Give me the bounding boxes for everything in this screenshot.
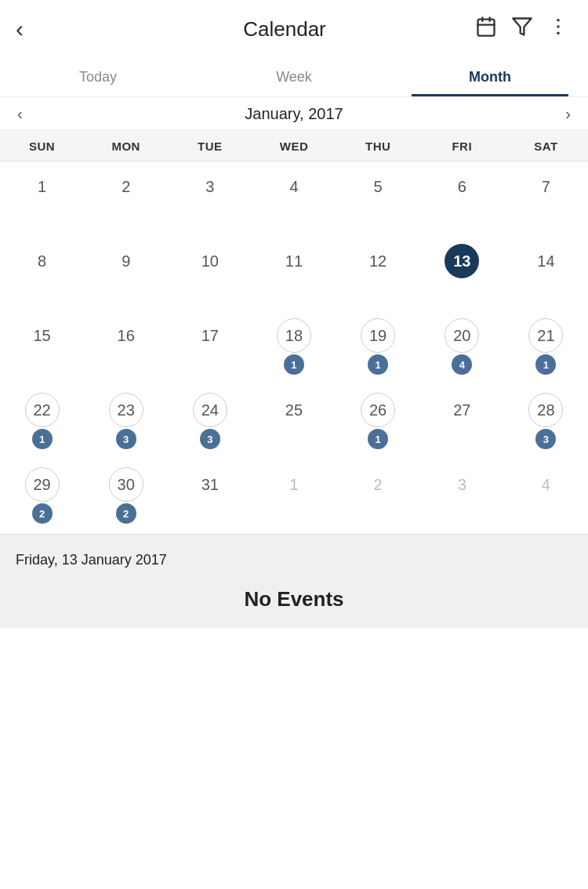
next-month-button[interactable]: › xyxy=(556,102,580,126)
event-badge: 2 xyxy=(116,503,136,524)
event-badge: 3 xyxy=(535,429,556,449)
day-number: 1 xyxy=(25,169,60,204)
day-number: 14 xyxy=(528,244,563,278)
header: ‹ Calendar xyxy=(0,0,588,56)
day-cell[interactable]: 4 xyxy=(504,459,588,534)
day-number: 23 xyxy=(109,393,143,427)
day-number: 4 xyxy=(277,169,311,204)
day-number: 5 xyxy=(361,169,395,204)
svg-marker-4 xyxy=(513,19,531,35)
day-cell[interactable]: 16 xyxy=(84,310,168,385)
event-badge: 2 xyxy=(32,503,53,524)
day-cell[interactable]: 261 xyxy=(336,385,420,459)
day-number: 8 xyxy=(25,244,60,278)
day-number: 22 xyxy=(25,393,60,427)
calendar-icon[interactable] xyxy=(475,16,497,42)
day-cell[interactable]: 7 xyxy=(504,161,588,236)
day-cell[interactable]: 3 xyxy=(420,459,504,534)
day-number: 28 xyxy=(528,393,563,427)
day-number: 25 xyxy=(277,393,311,427)
calendar-grid: 1234567891011121314151617181191204211221… xyxy=(0,161,588,534)
day-number: 10 xyxy=(193,244,227,278)
day-number: 20 xyxy=(445,318,479,353)
day-cell[interactable]: 302 xyxy=(84,459,168,534)
day-cell[interactable]: 1 xyxy=(252,459,336,534)
header-icons xyxy=(475,16,569,42)
day-cell[interactable]: 31 xyxy=(168,459,252,534)
day-cell[interactable]: 292 xyxy=(0,459,84,534)
day-cell[interactable]: 5 xyxy=(336,161,420,236)
tab-today[interactable]: Today xyxy=(0,56,196,96)
event-badge: 3 xyxy=(116,429,136,449)
day-number: 16 xyxy=(109,318,143,353)
day-number: 2 xyxy=(109,169,143,204)
day-cell[interactable]: 11 xyxy=(252,236,336,310)
day-cell[interactable]: 6 xyxy=(420,161,504,236)
day-cell[interactable]: 243 xyxy=(168,385,252,459)
no-events-label: No Events xyxy=(16,587,572,611)
event-badge: 1 xyxy=(284,354,304,375)
prev-month-button[interactable]: ‹ xyxy=(8,102,32,126)
day-cell[interactable]: 191 xyxy=(336,310,420,385)
event-badge: 4 xyxy=(452,354,472,375)
day-number: 26 xyxy=(361,393,395,427)
page-title: Calendar xyxy=(243,17,326,42)
day-number: 30 xyxy=(109,467,143,502)
weekday-thu: THU xyxy=(336,140,420,153)
day-number: 7 xyxy=(528,169,563,204)
day-cell[interactable]: 4 xyxy=(252,161,336,236)
day-cell[interactable]: 10 xyxy=(168,236,252,310)
day-cell[interactable]: 181 xyxy=(252,310,336,385)
day-cell[interactable]: 27 xyxy=(420,385,504,459)
day-cell[interactable]: 2 xyxy=(336,459,420,534)
header-left: ‹ xyxy=(13,14,31,44)
svg-point-5 xyxy=(557,19,560,22)
weekday-headers: SUN MON TUE WED THU FRI SAT xyxy=(0,130,588,161)
tab-month[interactable]: Month xyxy=(392,56,588,96)
day-cell[interactable]: 25 xyxy=(252,385,336,459)
day-number: 24 xyxy=(193,393,227,427)
selected-date-info: Friday, 13 January 2017 No Events xyxy=(0,534,588,628)
day-number: 12 xyxy=(361,244,395,278)
weekday-fri: FRI xyxy=(420,140,504,153)
day-number: 15 xyxy=(25,318,60,353)
day-cell[interactable]: 8 xyxy=(0,236,84,310)
day-cell[interactable]: 211 xyxy=(504,310,588,385)
day-number: 29 xyxy=(25,467,60,502)
tabs: Today Week Month xyxy=(0,56,588,97)
day-cell[interactable]: 17 xyxy=(168,310,252,385)
day-number: 11 xyxy=(277,244,311,278)
day-cell[interactable]: 233 xyxy=(84,385,168,459)
tab-week[interactable]: Week xyxy=(196,56,392,96)
back-button[interactable]: ‹ xyxy=(13,14,31,44)
event-badge: 1 xyxy=(32,429,53,449)
day-cell[interactable]: 204 xyxy=(420,310,504,385)
event-badge: 3 xyxy=(200,429,220,449)
day-cell[interactable]: 1 xyxy=(0,161,84,236)
month-nav: ‹ January, 2017 › xyxy=(0,97,588,130)
weekday-wed: WED xyxy=(252,140,336,153)
svg-point-7 xyxy=(557,31,560,34)
filter-icon[interactable] xyxy=(511,16,533,42)
weekday-mon: MON xyxy=(84,140,168,153)
day-number: 9 xyxy=(109,244,143,278)
day-number: 19 xyxy=(361,318,395,353)
day-cell[interactable]: 13 xyxy=(420,236,504,310)
day-cell[interactable]: 283 xyxy=(504,385,588,459)
day-cell[interactable]: 221 xyxy=(0,385,84,459)
svg-rect-0 xyxy=(477,20,494,36)
day-cell[interactable]: 12 xyxy=(336,236,420,310)
day-number: 13 xyxy=(445,244,479,278)
day-number: 18 xyxy=(277,318,311,353)
svg-point-6 xyxy=(557,25,560,28)
day-number: 21 xyxy=(528,318,563,353)
more-icon[interactable] xyxy=(547,16,569,42)
day-cell[interactable]: 14 xyxy=(504,236,588,310)
day-cell[interactable]: 9 xyxy=(84,236,168,310)
day-cell[interactable]: 2 xyxy=(84,161,168,236)
day-cell[interactable]: 3 xyxy=(168,161,252,236)
day-number: 3 xyxy=(193,169,227,204)
weekday-tue: TUE xyxy=(168,140,252,153)
weekday-sun: SUN xyxy=(0,140,84,153)
day-cell[interactable]: 15 xyxy=(0,310,84,385)
